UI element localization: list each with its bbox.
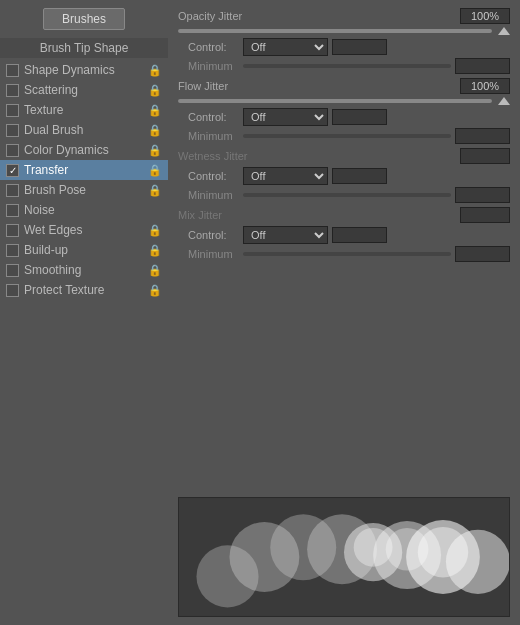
opacity-jitter-label: Opacity Jitter xyxy=(178,10,268,22)
flow-min-input[interactable] xyxy=(455,128,510,144)
opacity-jitter-arrow xyxy=(498,27,510,35)
checkbox-buildup[interactable] xyxy=(6,244,19,257)
wetness-min-slider[interactable] xyxy=(243,193,451,197)
opacity-control-label: Control: xyxy=(188,41,243,53)
brush-list: Shape Dynamics 🔒 Scattering 🔒 Texture 🔒 … xyxy=(0,60,168,300)
opacity-control-select[interactable]: Off Fade Pen Pressure Pen Tilt xyxy=(243,38,328,56)
wetness-min-input[interactable] xyxy=(455,187,510,203)
item-label: Texture xyxy=(24,103,148,117)
checkbox-transfer[interactable]: ✓ xyxy=(6,164,19,177)
list-item-transfer[interactable]: ✓ Transfer 🔒 xyxy=(0,160,168,180)
list-item[interactable]: Brush Pose 🔒 xyxy=(0,180,168,200)
item-label: Protect Texture xyxy=(24,283,148,297)
wetness-control-input[interactable] xyxy=(332,168,387,184)
lock-icon: 🔒 xyxy=(148,104,162,117)
opacity-min-input[interactable] xyxy=(455,58,510,74)
flow-minimum-label: Minimum xyxy=(188,130,243,142)
opacity-minimum-label: Minimum xyxy=(188,60,243,72)
checkbox-scattering[interactable] xyxy=(6,84,19,97)
flow-minimum-row: Minimum xyxy=(178,128,510,144)
mix-min-input[interactable] xyxy=(455,246,510,262)
lock-icon: 🔒 xyxy=(148,284,162,297)
opacity-jitter-slider[interactable] xyxy=(178,29,492,33)
wetness-control-label: Control: xyxy=(188,170,243,182)
list-item[interactable]: Shape Dynamics 🔒 xyxy=(0,60,168,80)
list-item[interactable]: Color Dynamics 🔒 xyxy=(0,140,168,160)
flow-jitter-value[interactable] xyxy=(460,78,510,94)
left-panel: Brushes Brush Tip Shape Shape Dynamics 🔒… xyxy=(0,0,168,625)
lock-icon: 🔒 xyxy=(148,164,162,177)
flow-control-label: Control: xyxy=(188,111,243,123)
opacity-min-slider[interactable] xyxy=(243,64,451,68)
lock-icon: 🔒 xyxy=(148,64,162,77)
item-label: Brush Pose xyxy=(24,183,148,197)
brush-tip-shape-header: Brush Tip Shape xyxy=(0,38,168,58)
list-item[interactable]: Texture 🔒 xyxy=(0,100,168,120)
brush-preview-svg xyxy=(179,498,509,616)
opacity-jitter-row: Opacity Jitter xyxy=(178,8,510,24)
mix-jitter-label: Mix Jitter xyxy=(178,209,268,221)
item-label: Noise xyxy=(24,203,162,217)
item-label: Color Dynamics xyxy=(24,143,148,157)
item-label: Smoothing xyxy=(24,263,148,277)
right-panel: Opacity Jitter Control: Off Fade xyxy=(168,0,520,625)
flow-control-select[interactable]: Off Fade Pen Pressure xyxy=(243,108,328,126)
opacity-jitter-slider-row xyxy=(178,27,510,35)
checkbox-wet-edges[interactable] xyxy=(6,224,19,237)
list-item[interactable]: Scattering 🔒 xyxy=(0,80,168,100)
flow-jitter-arrow xyxy=(498,97,510,105)
lock-icon: 🔒 xyxy=(148,184,162,197)
lock-icon: 🔒 xyxy=(148,84,162,97)
item-label: Wet Edges xyxy=(24,223,148,237)
list-item[interactable]: Wet Edges 🔒 xyxy=(0,220,168,240)
mix-control-select[interactable]: Off xyxy=(243,226,328,244)
svg-point-11 xyxy=(386,528,429,571)
mix-minimum-row: Minimum xyxy=(178,246,510,262)
item-label: Shape Dynamics xyxy=(24,63,148,77)
item-label: Dual Brush xyxy=(24,123,148,137)
flow-jitter-slider-row xyxy=(178,97,510,105)
wetness-control-row: Control: Off xyxy=(178,167,510,185)
mix-control-row: Control: Off xyxy=(178,226,510,244)
mix-control-label: Control: xyxy=(188,229,243,241)
list-item[interactable]: Smoothing 🔒 xyxy=(0,260,168,280)
mix-min-slider[interactable] xyxy=(243,252,451,256)
wetness-jitter-value[interactable] xyxy=(460,148,510,164)
wetness-jitter-label: Wetness Jitter xyxy=(178,150,268,162)
checkbox-smoothing[interactable] xyxy=(6,264,19,277)
wetness-minimum-row: Minimum xyxy=(178,187,510,203)
lock-icon: 🔒 xyxy=(148,124,162,137)
checkbox-texture[interactable] xyxy=(6,104,19,117)
item-label: Build-up xyxy=(24,243,148,257)
list-item[interactable]: Build-up 🔒 xyxy=(0,240,168,260)
lock-icon: 🔒 xyxy=(148,264,162,277)
checkbox-noise[interactable] xyxy=(6,204,19,217)
lock-icon: 🔒 xyxy=(148,224,162,237)
wetness-jitter-row: Wetness Jitter xyxy=(178,148,510,164)
opacity-control-input[interactable] xyxy=(332,39,387,55)
mix-control-input[interactable] xyxy=(332,227,387,243)
checkbox-color-dynamics[interactable] xyxy=(6,144,19,157)
lock-icon: 🔒 xyxy=(148,244,162,257)
main-container: Brushes Brush Tip Shape Shape Dynamics 🔒… xyxy=(0,0,520,625)
wetness-control-select[interactable]: Off xyxy=(243,167,328,185)
opacity-minimum-row: Minimum xyxy=(178,58,510,74)
list-item[interactable]: Dual Brush 🔒 xyxy=(0,120,168,140)
flow-min-slider[interactable] xyxy=(243,134,451,138)
list-item[interactable]: Protect Texture 🔒 xyxy=(0,280,168,300)
flow-jitter-slider[interactable] xyxy=(178,99,492,103)
flow-control-row: Control: Off Fade Pen Pressure xyxy=(178,108,510,126)
checkbox-protect-texture[interactable] xyxy=(6,284,19,297)
mix-jitter-value[interactable] xyxy=(460,207,510,223)
checkbox-brush-pose[interactable] xyxy=(6,184,19,197)
lock-icon: 🔒 xyxy=(148,144,162,157)
checkbox-shape-dynamics[interactable] xyxy=(6,64,19,77)
brushes-button[interactable]: Brushes xyxy=(43,8,125,30)
mix-jitter-row: Mix Jitter xyxy=(178,207,510,223)
opacity-jitter-value[interactable] xyxy=(460,8,510,24)
wetness-minimum-label: Minimum xyxy=(188,189,243,201)
checkbox-dual-brush[interactable] xyxy=(6,124,19,137)
list-item[interactable]: Noise xyxy=(0,200,168,220)
flow-control-input[interactable] xyxy=(332,109,387,125)
item-label: Transfer xyxy=(24,163,148,177)
